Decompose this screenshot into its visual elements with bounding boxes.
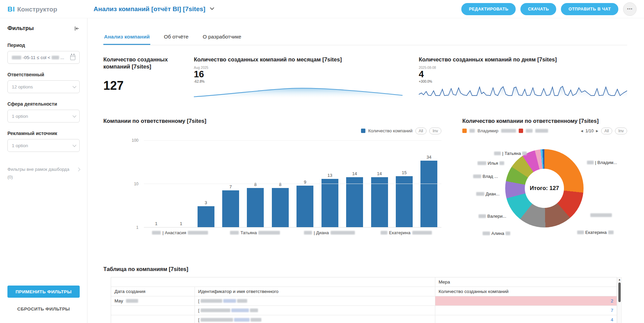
responsible-select[interactable]: 12 options: [7, 80, 80, 93]
kpi-title: Количество созданных компаний [7sites]: [103, 56, 181, 71]
scroll-up-icon[interactable]: ▲: [618, 277, 621, 282]
gridline: [144, 184, 441, 184]
bar-value-label: 15: [402, 170, 407, 175]
chevron-down-icon: [210, 6, 214, 10]
bar[interactable]: [420, 161, 437, 227]
bar[interactable]: [371, 177, 388, 227]
pager-next-icon[interactable]: ▶: [596, 129, 598, 133]
bar[interactable]: [297, 186, 313, 227]
table-row[interactable]: May[2: [111, 296, 617, 306]
bar[interactable]: [346, 177, 363, 227]
kpi-date: 2025-08-08: [419, 66, 627, 70]
chevron-down-icon: [73, 143, 76, 147]
gridline: [144, 140, 441, 141]
monthly-sparkline: [194, 84, 403, 99]
page-title: Анализ компаний [отчёт BI] [7sites]: [94, 5, 205, 13]
cell-responsible: [: [195, 306, 435, 315]
tab-about-report[interactable]: Об отчёте: [163, 31, 189, 45]
outer-filters-count: (0): [7, 174, 80, 180]
legend-all-button[interactable]: All: [415, 128, 427, 134]
legend-inv-button[interactable]: Inv: [429, 128, 441, 134]
table-scrollbar[interactable]: ▲: [617, 277, 622, 323]
companies-table: Мера Дата создания Идентификатор и имя о…: [111, 277, 617, 323]
x-label: | Диана: [304, 230, 355, 235]
table-row[interactable]: [7: [111, 306, 617, 315]
bar-value-label: 14: [352, 171, 357, 176]
donut-chart-count-by-responsible: Количество компании по ответственному [7…: [462, 118, 627, 239]
bar[interactable]: [247, 188, 264, 227]
table-header-row: Дата создания Идентификатор и имя ответс…: [111, 287, 617, 296]
bar[interactable]: [321, 179, 338, 227]
scrollbar-thumb[interactable]: [618, 282, 621, 302]
outer-filters-link[interactable]: Фильтры вне рамок дашборда: [7, 167, 80, 172]
x-label: Татьяна: [230, 230, 280, 235]
legend-inv-button[interactable]: Inv: [615, 128, 627, 134]
col-header-responsible: Идентификатор и имя ответственного: [195, 287, 435, 296]
pager-position: 1/10: [585, 129, 593, 133]
filters-sidebar: Фильтры Период -05-11 ≤ col < ... Ответс…: [0, 18, 87, 323]
bar-chart-companies-by-responsible: Компании по ответственному [7sites] Коли…: [103, 118, 441, 239]
legend-all-button[interactable]: All: [601, 128, 612, 134]
cell-date: May: [111, 296, 195, 305]
logo-text: Конструктор: [17, 6, 57, 13]
period-value: -05-11 ≤ col <: [23, 55, 50, 60]
responsible-label: Ответственный: [7, 72, 80, 77]
kpi-title: Количество созданных компаний по дням [7…: [419, 56, 627, 63]
header-actions: РЕДАКТИРОВАТЬ СКАЧАТЬ ОТПРАВИТЬ В ЧАТ ••…: [461, 2, 644, 16]
chevron-down-icon: [73, 114, 76, 117]
collapse-sidebar-icon[interactable]: [74, 26, 80, 31]
more-options-button[interactable]: •••: [623, 2, 637, 16]
ad-source-select[interactable]: 1 option: [7, 139, 80, 152]
x-label: Екатерина: [381, 230, 432, 235]
bar-legend-label: Количество компаний: [368, 128, 412, 133]
responsible-select-value: 12 options: [12, 84, 71, 89]
y-tick: 1: [136, 225, 138, 230]
donut-callout: Алина: [483, 231, 510, 236]
y-tick: 10: [134, 182, 138, 186]
send-to-chat-button[interactable]: ОТПРАВИТЬ В ЧАТ: [561, 3, 618, 15]
chevron-down-icon: [73, 84, 76, 88]
bar-value-label: 8: [254, 182, 257, 187]
bar-value-label: 1: [180, 221, 182, 226]
bar[interactable]: [198, 206, 214, 227]
pager-prev-icon[interactable]: ◀: [581, 129, 583, 133]
dashboard-main: Анализ компаний Об отчёте О разработчике…: [87, 18, 644, 323]
cell-responsible: [: [195, 315, 435, 323]
donut-center: Итого: 127: [525, 169, 564, 208]
charts-row: Компании по ответственному [7sites] Коли…: [103, 118, 627, 239]
download-button[interactable]: СКАЧАТЬ: [520, 3, 556, 15]
cell-count: 2: [435, 296, 617, 305]
kpi-value: 16: [194, 70, 403, 79]
kpi-companies-by-day: Количество созданных компаний по дням [7…: [419, 56, 627, 99]
bar[interactable]: [222, 190, 239, 227]
measure-header: Мера: [435, 277, 617, 287]
table-row[interactable]: [4: [111, 315, 617, 323]
bar-legend-color: [361, 129, 365, 133]
chart-title: Компании по ответственному [7sites]: [103, 118, 441, 124]
report-title-dropdown[interactable]: Анализ компаний [отчёт BI] [7sites]: [94, 5, 213, 13]
donut-callout: | Татьяна: [494, 151, 527, 156]
activity-field-label: Сфера деятельности: [7, 101, 80, 107]
bar-plot: 11378891314141534: [144, 140, 441, 227]
donut-legend-label: Владимир: [478, 128, 498, 133]
donut-callout: Валери...: [479, 214, 506, 219]
donut-callout: | Владим...: [587, 160, 617, 165]
tab-company-analysis[interactable]: Анализ компаний: [103, 31, 150, 45]
activity-field-select[interactable]: 1 option: [7, 110, 80, 123]
donut-callout: Екатерина: [577, 230, 614, 235]
tab-about-developer[interactable]: О разработчике: [202, 31, 242, 45]
col-header-count: Количество созданных компаний: [435, 287, 617, 296]
daily-sparkline: [419, 84, 627, 99]
period-date-input[interactable]: -05-11 ≤ col < ...: [7, 51, 80, 64]
apply-filters-button[interactable]: ПРИМЕНИТЬ ФИЛЬТРЫ: [7, 286, 80, 298]
reset-filters-button[interactable]: СБРОСИТЬ ФИЛЬТРЫ: [7, 306, 80, 312]
report-tabs: Анализ компаний Об отчёте О разработчике: [103, 31, 627, 45]
bar[interactable]: [272, 188, 289, 227]
cell-date: [111, 315, 195, 323]
edit-button[interactable]: РЕДАКТИРОВАТЬ: [461, 3, 516, 15]
donut-legend-color: [462, 129, 467, 133]
header-spacer: [111, 277, 435, 287]
bar-value-label: 7: [229, 184, 232, 189]
bar-value-label: 8: [279, 182, 281, 187]
donut-callout: Диан...: [476, 191, 499, 196]
